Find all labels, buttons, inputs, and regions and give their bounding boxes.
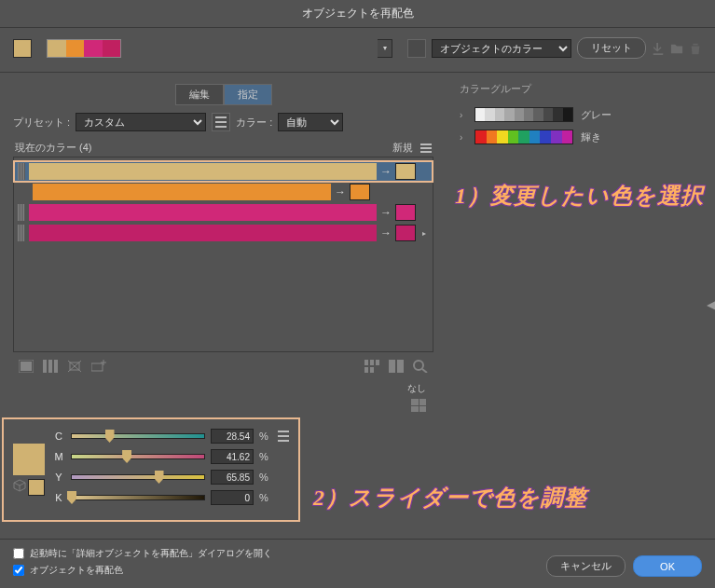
value-input-K[interactable] — [211, 490, 254, 505]
target-swatch[interactable] — [395, 163, 416, 180]
annotation-1: 1）変更したい色を選択 — [455, 181, 704, 211]
download-icon[interactable] — [652, 42, 665, 55]
source-bar[interactable] — [33, 184, 331, 200]
chevron-right-icon: › — [460, 132, 467, 143]
slider-Y[interactable] — [71, 474, 205, 480]
color-group-item[interactable]: › 輝き — [460, 126, 698, 148]
group-preview — [474, 130, 573, 144]
map-arrow-icon: → — [380, 206, 392, 219]
exclude-icon[interactable] — [67, 360, 82, 373]
svg-rect-10 — [364, 367, 368, 373]
none-label: なし — [13, 380, 433, 397]
find-icon[interactable] — [364, 360, 379, 373]
dialog-title: オブジェクトを再配色 — [0, 0, 715, 28]
mini-swatch[interactable] — [28, 479, 45, 496]
palette-strip[interactable] — [47, 39, 121, 58]
map-arrow-icon: → — [380, 226, 392, 239]
folder-icon[interactable] — [670, 42, 683, 55]
row-handle[interactable] — [18, 163, 25, 180]
topbar: ▾ オブジェクトのカラー リセット — [0, 28, 715, 73]
color-source-dropdown[interactable]: オブジェクトのカラー — [432, 39, 571, 58]
source-bar[interactable] — [29, 204, 377, 221]
svg-rect-3 — [48, 360, 52, 373]
svg-rect-9 — [376, 360, 379, 365]
map-arrow-icon: → — [335, 185, 346, 198]
slider-panel: C %M %Y %K % — [2, 417, 300, 522]
new-row-icon[interactable] — [91, 360, 106, 373]
palette-dropdown[interactable]: ▾ — [378, 39, 392, 58]
reset-button[interactable]: リセット — [577, 37, 646, 59]
row-handle[interactable] — [18, 204, 25, 221]
value-input-C[interactable] — [211, 429, 254, 444]
ok-button[interactable]: OK — [633, 555, 702, 577]
target-swatch[interactable] — [350, 184, 370, 200]
collapse-icon[interactable]: ◀ — [707, 298, 715, 311]
color-picker-btn[interactable] — [407, 39, 426, 58]
preset-dropdown[interactable]: カスタム — [76, 113, 206, 131]
current-colors-label: 現在のカラー (4) — [15, 141, 92, 155]
percent-label: % — [259, 492, 270, 503]
svg-rect-6 — [91, 363, 103, 371]
row-menu[interactable]: ▸ — [419, 229, 429, 238]
tab-assign[interactable]: 指定 — [224, 84, 272, 105]
group-label: グレー — [581, 108, 612, 122]
color-count-label: カラー : — [236, 116, 272, 130]
col3-icon[interactable] — [43, 360, 58, 373]
target-swatch[interactable] — [395, 204, 416, 221]
channel-label: K — [52, 492, 65, 503]
channel-label: M — [52, 451, 65, 462]
open-on-launch-checkbox[interactable]: 起動時に「詳細オブジェクトを再配色」ダイアログを開く — [13, 547, 272, 560]
percent-label: % — [259, 451, 270, 462]
chevron-right-icon: › — [460, 110, 467, 120]
trash-icon[interactable] — [689, 42, 702, 55]
slider-options-icon[interactable] — [278, 431, 289, 442]
target-swatch[interactable] — [395, 225, 416, 241]
col1-icon[interactable] — [19, 360, 34, 373]
color-groups-header: カラーグループ — [460, 82, 698, 96]
value-input-M[interactable] — [211, 449, 254, 464]
separate-icon[interactable] — [389, 360, 404, 373]
locate-icon[interactable] — [413, 360, 428, 373]
svg-rect-11 — [370, 367, 374, 373]
recolor-checkbox[interactable]: オブジェクトを再配色 — [13, 564, 272, 577]
slider-K[interactable] — [71, 495, 205, 500]
svg-rect-8 — [370, 360, 374, 365]
svg-rect-12 — [389, 360, 395, 373]
percent-label: % — [259, 431, 270, 442]
swatch-grid-icon[interactable] — [411, 399, 426, 412]
svg-point-14 — [414, 361, 423, 370]
svg-rect-13 — [397, 360, 404, 373]
color-group-item[interactable]: › グレー — [460, 103, 698, 126]
preset-options-btn[interactable] — [212, 113, 230, 131]
cancel-button[interactable]: キャンセル — [546, 555, 626, 577]
source-bar[interactable] — [29, 225, 377, 241]
preview-swatch[interactable] — [13, 444, 45, 475]
svg-rect-1 — [21, 362, 32, 371]
slider-C[interactable] — [71, 433, 205, 439]
tab-bar: 編集指定 — [13, 84, 433, 105]
list-options-icon[interactable] — [420, 144, 432, 153]
list-toolbar — [13, 352, 433, 380]
tab-edit[interactable]: 編集 — [175, 84, 224, 105]
color-row-1[interactable]: → — [14, 182, 433, 202]
active-color-swatch[interactable] — [13, 39, 32, 58]
color-row-2[interactable]: → — [14, 202, 433, 223]
row-handle[interactable] — [18, 225, 25, 241]
map-arrow-icon: → — [380, 165, 392, 178]
cube-icon[interactable] — [13, 479, 26, 492]
color-count-dropdown[interactable]: 自動 — [278, 113, 343, 131]
channel-label: Y — [52, 472, 65, 483]
source-bar[interactable] — [29, 163, 377, 180]
group-preview — [474, 107, 573, 122]
group-label: 輝き — [581, 130, 601, 144]
svg-rect-4 — [54, 360, 58, 373]
channel-label: C — [52, 431, 65, 442]
preset-label: プリセット : — [13, 116, 70, 130]
color-row-0[interactable]: → — [14, 161, 433, 182]
new-swatch-label[interactable]: 新規 — [392, 141, 413, 155]
value-input-Y[interactable] — [211, 470, 254, 485]
svg-rect-7 — [364, 360, 368, 365]
slider-M[interactable] — [71, 454, 205, 459]
color-row-3[interactable]: → ▸ — [14, 223, 433, 243]
color-list: → → → — [13, 157, 433, 352]
